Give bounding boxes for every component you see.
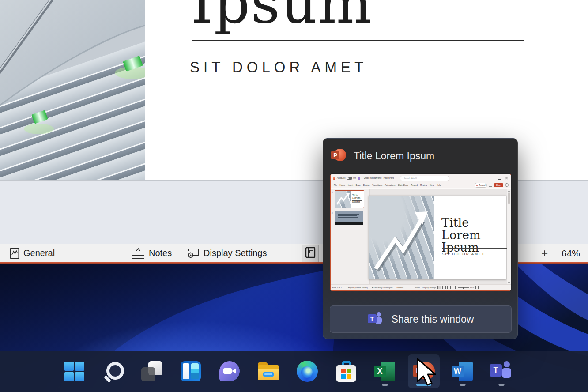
thumb-general: General bbox=[396, 286, 403, 289]
thumb-notes: Notes bbox=[415, 286, 420, 289]
taskbar-search-button[interactable] bbox=[97, 354, 129, 388]
zoom-slider[interactable] bbox=[515, 253, 540, 253]
taskbar-widgets-button[interactable] bbox=[175, 354, 207, 388]
thumb-ribbon-tabs: File Home Insert Draw Design Transitions… bbox=[331, 182, 511, 188]
thumb-slide-image bbox=[369, 196, 434, 279]
thumb-scrollbar bbox=[507, 189, 511, 285]
slide-stairs-image[interactable] bbox=[0, 0, 145, 180]
preview-window-title: Title Lorem Ipsum bbox=[354, 150, 434, 162]
thumb-tab: Record bbox=[411, 184, 418, 186]
thumb-autosave-label: AutoSave bbox=[337, 177, 346, 179]
thumb-language: English (United States) bbox=[348, 286, 368, 289]
thumb-slide1-number: 1 bbox=[332, 191, 333, 193]
powerpoint-icon: P bbox=[331, 148, 346, 163]
taskbar-word-button[interactable]: W bbox=[447, 354, 479, 388]
thumb-zoom-level: 64% bbox=[470, 286, 474, 289]
share-button-label: Share this window bbox=[392, 313, 474, 325]
taskbar-store-button[interactable] bbox=[330, 354, 362, 388]
slide-title: Ipsum bbox=[191, 0, 373, 31]
thumb-comments-icon bbox=[489, 184, 492, 187]
reading-view-button[interactable] bbox=[302, 245, 319, 262]
taskbar-excel-button[interactable]: X bbox=[369, 354, 401, 388]
thumb-share-button: Share bbox=[494, 183, 503, 187]
mouse-cursor bbox=[417, 358, 437, 388]
thumb-display-settings: Display Settings bbox=[422, 286, 436, 289]
thumb-accessibility: Accessibility: Investigate bbox=[372, 286, 393, 289]
thumb-autosave-toggle bbox=[347, 177, 352, 180]
display-settings-label: Display Settings bbox=[204, 248, 267, 258]
thumb-tab: Insert bbox=[348, 184, 353, 186]
word-icon: W bbox=[452, 361, 474, 382]
taskbar-teams-button[interactable]: T bbox=[486, 354, 517, 388]
taskbar-file-explorer-button[interactable] bbox=[253, 354, 284, 388]
sensitivity-general-button[interactable]: General bbox=[10, 244, 55, 262]
notes-icon bbox=[132, 247, 145, 260]
thumb-tab: Home bbox=[340, 184, 346, 186]
thumb-slide-divider bbox=[442, 248, 508, 249]
file-explorer-icon bbox=[258, 362, 279, 381]
thumb-titlebar: AutoSave Off Urban monochrome - PowerPoi… bbox=[331, 174, 511, 182]
thumb-status-bar: Slide 1 of 2 English (United States) Acc… bbox=[331, 284, 511, 290]
thumb-slide-title: Title LoremIpsum bbox=[441, 217, 506, 254]
windows-start-icon bbox=[64, 362, 84, 381]
teams-icon: T bbox=[368, 312, 384, 326]
thumb-ribbon-right: Record Share bbox=[475, 183, 511, 188]
thumb-body: 1 Title LoremIpsum 2 bbox=[331, 189, 511, 285]
thumb-main-slide: Title LoremIpsum SIT DOLOR AMET bbox=[369, 196, 506, 279]
thumb-tab: Animations bbox=[385, 184, 395, 186]
sensitivity-label-icon bbox=[10, 248, 19, 259]
close-icon bbox=[505, 177, 508, 180]
display-settings-button[interactable]: Display Settings bbox=[187, 244, 267, 262]
teams-icon: T bbox=[490, 361, 513, 381]
notes-button[interactable]: Notes bbox=[132, 244, 172, 262]
thumb-slide1: Title LoremIpsum bbox=[335, 190, 364, 208]
general-label: General bbox=[23, 248, 55, 258]
taskbar-chat-button[interactable] bbox=[214, 354, 245, 388]
thumb-search-box: Search (Alt+Q) bbox=[400, 176, 449, 181]
thumb-slide-subtitle: SIT DOLOR AMET bbox=[442, 252, 485, 256]
thumb-tab: File bbox=[334, 184, 337, 186]
reading-view-icon bbox=[305, 247, 316, 260]
taskbar-task-view-button[interactable] bbox=[136, 354, 168, 388]
window-thumbnail[interactable]: AutoSave Off Urban monochrome - PowerPoi… bbox=[330, 174, 511, 291]
taskbar-preview-popup: P Title Lorem Ipsum AutoSave Off Urban m… bbox=[323, 138, 518, 339]
taskbar: X P W T bbox=[0, 351, 588, 392]
zoom-in-button[interactable]: + bbox=[541, 244, 548, 262]
thumb-document-title: Urban monochrome - PowerPoint bbox=[364, 177, 394, 179]
widgets-icon bbox=[181, 361, 201, 381]
thumb-autosave-state: Off bbox=[353, 177, 356, 179]
slide-title-cropped[interactable]: Ipsum bbox=[189, 0, 383, 38]
thumb-tab: Slide Show bbox=[398, 184, 408, 186]
taskbar-start-button[interactable] bbox=[58, 354, 90, 388]
thumb-tab: Design bbox=[363, 184, 370, 186]
maximize-icon bbox=[498, 177, 501, 180]
task-view-icon bbox=[141, 361, 162, 381]
thumb-tab: Transitions bbox=[372, 184, 382, 186]
thumb-record-button: Record bbox=[475, 183, 487, 188]
excel-icon: X bbox=[374, 361, 396, 382]
thumb-app-icon bbox=[333, 177, 335, 180]
preview-header: P Title Lorem Ipsum bbox=[331, 148, 434, 163]
thumb-tab: View bbox=[430, 184, 434, 186]
search-icon bbox=[103, 361, 123, 381]
thumb-tab: Draw bbox=[356, 184, 361, 186]
slide-divider-line[interactable] bbox=[192, 40, 524, 41]
zoom-level[interactable]: 64% bbox=[562, 244, 580, 262]
minimize-icon bbox=[491, 178, 494, 178]
thumb-slide2-number: 2 bbox=[332, 211, 333, 214]
slide-subtitle[interactable]: SIT DOLOR AMET bbox=[190, 58, 367, 76]
thumb-tab: Help bbox=[437, 184, 441, 186]
microsoft-store-icon bbox=[336, 361, 356, 382]
notes-label: Notes bbox=[149, 248, 172, 258]
thumb-save-icon bbox=[358, 177, 360, 180]
edge-icon bbox=[297, 361, 318, 382]
thumb-fit-icon bbox=[475, 286, 479, 289]
display-settings-icon bbox=[187, 248, 200, 259]
thumb-window-controls bbox=[491, 177, 511, 180]
thumb-tab: Review bbox=[420, 184, 427, 186]
chat-icon bbox=[219, 361, 240, 381]
taskbar-edge-button[interactable] bbox=[291, 354, 323, 388]
thumb-feedback-icon bbox=[505, 183, 509, 187]
thumb-slide-panel: 1 Title LoremIpsum 2 bbox=[331, 189, 370, 285]
share-this-window-button[interactable]: T Share this window bbox=[330, 305, 512, 333]
